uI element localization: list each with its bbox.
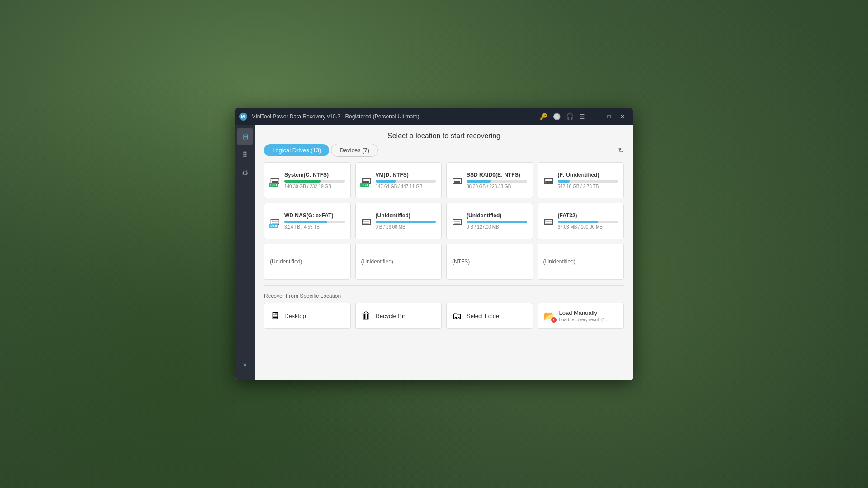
drive-bar-fill	[467, 221, 527, 223]
ssd-badge: SSD	[360, 183, 369, 187]
drive-name: VM(D: NTFS)	[376, 172, 436, 178]
drive-size: 0 B / 127.00 MB	[467, 225, 527, 230]
drive-card-system-c[interactable]: 🖴 SSD System(C: NTFS) 140.30 GB / 232.19…	[264, 162, 351, 198]
locations-grid: 🖥 Desktop 🗑 Recycle Bin 🗂	[264, 303, 624, 329]
location-info: Select Folder	[467, 313, 527, 319]
tab-logical-drives[interactable]: Logical Drives (13)	[264, 144, 329, 156]
key-icon[interactable]: 🔑	[540, 113, 547, 120]
section-label-recover: Recover From Specific Location	[264, 289, 624, 303]
drive-bar-bg	[376, 180, 436, 183]
drive-size: 542.10 GB / 2.73 TB	[558, 184, 618, 189]
drive-card-fat32[interactable]: 🖴 (FAT32) 67.03 MB / 100.00 MB	[538, 203, 624, 239]
drive-disk-icon: 🖴	[452, 174, 462, 186]
drive-disk-icon: 🖴	[543, 215, 553, 227]
close-button[interactable]: ✕	[616, 108, 629, 125]
drive-bar-fill	[558, 221, 598, 223]
drive-icon-wrap: 🖴 SSD	[270, 174, 280, 186]
drive-name: (F: Unidentified)	[558, 172, 618, 178]
drive-bar-fill	[284, 180, 321, 183]
drive-size: 67.03 MB / 100.00 MB	[558, 225, 618, 230]
refresh-button[interactable]: ↻	[618, 146, 624, 155]
page-header: Select a location to start recovering	[255, 125, 633, 144]
sidebar-item-snapshots[interactable]: ⠿	[237, 146, 253, 163]
drive-bar-fill	[376, 180, 396, 183]
svg-text:M: M	[241, 114, 245, 119]
drive-bar-fill	[284, 221, 327, 223]
drive-bar-bg	[558, 180, 618, 183]
load-icon: 📂 !	[543, 310, 555, 322]
window-controls: ─ □ ✕	[589, 108, 629, 125]
drive-card-unid-2[interactable]: 🖴 (Unidentified) 0 B / 127.00 MB	[446, 203, 533, 239]
window-title: MiniTool Power Data Recovery v10.2 - Reg…	[251, 113, 540, 120]
drive-disk-icon: 🖴	[543, 174, 553, 186]
desktop-icon: 🖥	[270, 310, 280, 322]
drive-info: System(C: NTFS) 140.30 GB / 232.19 GB	[284, 172, 345, 189]
location-card-load-manually[interactable]: 📂 ! Load Manually Load recovery result (…	[538, 303, 624, 329]
drive-card-vm-d[interactable]: 🖴 SSD VM(D: NTFS) 147.64 GB / 447.11 GB	[355, 162, 442, 198]
drive-info: (Unidentified) 0 B / 16.00 MB	[376, 212, 436, 230]
settings-icon: ⚙	[242, 169, 248, 177]
maximize-button[interactable]: □	[602, 108, 616, 125]
drive-name: (Unidentified)	[467, 212, 527, 219]
location-info: Load Manually Load recovery result (*...	[559, 310, 618, 322]
minimize-button[interactable]: ─	[589, 108, 602, 125]
drive-info: (FAT32) 67.03 MB / 100.00 MB	[558, 212, 618, 230]
drive-size: 140.30 GB / 232.19 GB	[284, 184, 345, 189]
drive-icon-wrap: 🖴	[452, 174, 462, 186]
tabs-row: Logical Drives (13) Devices (7) ↻	[255, 144, 633, 157]
drive-card-ssd-e[interactable]: 🖴 SSD RAID0(E: NTFS) 88.30 GB / 223.33 G…	[446, 162, 533, 198]
page-title: Select a location to start recovering	[387, 132, 500, 140]
sidebar-item-settings[interactable]: ⚙	[237, 164, 253, 181]
location-card-desktop[interactable]: 🖥 Desktop	[264, 303, 351, 329]
sidebar-bottom: »	[237, 356, 253, 376]
sidebar-item-home[interactable]: ⊞	[237, 128, 253, 145]
location-name: Desktop	[284, 313, 345, 319]
drive-bar-fill	[376, 221, 436, 223]
location-card-select-folder[interactable]: 🗂 Select Folder	[446, 303, 533, 329]
drive-card-unid-1[interactable]: 🖴 (Unidentified) 0 B / 16.00 MB	[355, 203, 442, 239]
drive-card-ntfs[interactable]: (NTFS)	[446, 244, 533, 280]
drive-bar-bg	[284, 180, 345, 183]
drive-icon-wrap: 🖴	[452, 215, 462, 227]
location-info: Recycle Bin	[376, 313, 436, 319]
drive-bar-fill	[558, 180, 570, 183]
location-card-recycle-bin[interactable]: 🗑 Recycle Bin	[355, 303, 442, 329]
drive-size: 88.30 GB / 223.33 GB	[467, 184, 527, 189]
sidebar: ⊞ ⠿ ⚙ »	[235, 125, 255, 380]
drive-icon-wrap: 🖴	[543, 174, 553, 186]
drive-card-empty-1[interactable]: (Unidentified)	[264, 244, 351, 280]
sidebar-item-more[interactable]: »	[237, 356, 253, 372]
drive-info: VM(D: NTFS) 147.64 GB / 447.11 GB	[376, 172, 436, 189]
location-info: Desktop	[284, 313, 345, 319]
main-content: Select a location to start recovering Lo…	[255, 125, 633, 380]
drive-card-empty-3[interactable]: (Unidentified)	[538, 244, 624, 280]
drive-size: 0 B / 16.00 MB	[376, 225, 436, 230]
drive-name: WD NAS(G: exFAT)	[284, 212, 345, 219]
drive-disk-icon: 🖴	[452, 215, 462, 227]
app-logo: M	[239, 112, 248, 121]
ssd-badge: SSD	[269, 183, 278, 187]
drive-name-empty: (Unidentified)	[270, 258, 302, 265]
drive-bar-bg	[376, 221, 436, 223]
usb-badge: USB	[269, 224, 278, 228]
drive-card-f[interactable]: 🖴 (F: Unidentified) 542.10 GB / 2.73 TB	[538, 162, 624, 198]
app-window: M MiniTool Power Data Recovery v10.2 - R…	[235, 108, 633, 380]
drive-bar-fill	[467, 180, 491, 183]
drive-icon-wrap: 🖴	[543, 215, 553, 227]
drive-card-empty-2[interactable]: (Unidentified)	[355, 244, 442, 280]
drive-disk-icon: 🖴	[361, 215, 371, 227]
clock-icon[interactable]: 🕐	[553, 113, 561, 120]
folder-icon: 🗂	[452, 310, 462, 322]
drive-name-empty: (NTFS)	[452, 258, 470, 265]
menu-icon[interactable]: ☰	[579, 113, 585, 120]
warning-badge: !	[551, 317, 557, 323]
drive-size: 3.24 TB / 4.55 TB	[284, 225, 345, 230]
scroll-area[interactable]: 🖴 SSD System(C: NTFS) 140.30 GB / 232.19…	[255, 162, 633, 380]
drive-card-nas-g[interactable]: 🖴 USB WD NAS(G: exFAT) 3.24 TB / 4.55 TB	[264, 203, 351, 239]
headset-icon[interactable]: 🎧	[566, 113, 574, 120]
drive-size: 147.64 GB / 447.11 GB	[376, 184, 436, 189]
drive-name: System(C: NTFS)	[284, 172, 345, 178]
tab-devices[interactable]: Devices (7)	[331, 144, 378, 157]
drive-info: SSD RAID0(E: NTFS) 88.30 GB / 223.33 GB	[467, 172, 527, 189]
drive-info: (F: Unidentified) 542.10 GB / 2.73 TB	[558, 172, 618, 189]
